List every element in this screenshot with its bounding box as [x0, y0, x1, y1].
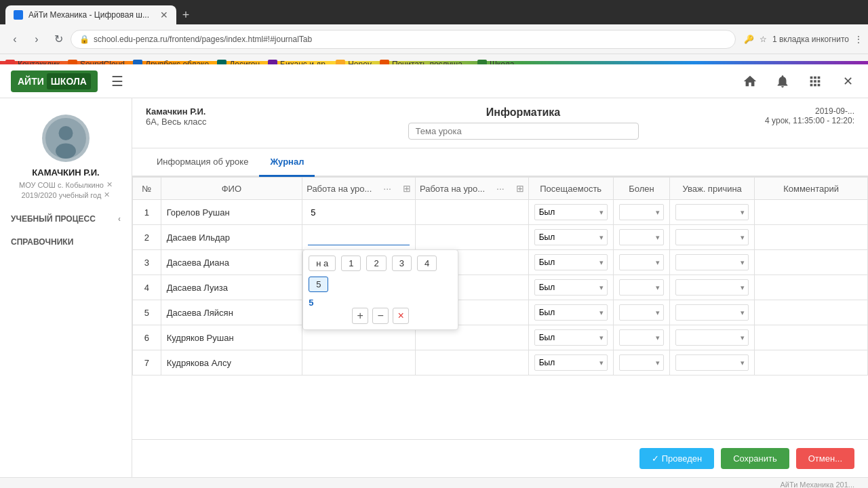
comment-input-5[interactable] — [760, 330, 862, 346]
cell-comment-0[interactable] — [755, 200, 868, 225]
cell-attend-0[interactable]: БылНе былОпоздал — [528, 200, 613, 225]
sidebar-section-teaching[interactable]: УЧЕБНЫЙ ПРОЦЕСС ‹ — [0, 207, 132, 230]
star-icon[interactable]: ☆ — [760, 35, 767, 44]
sick-select-6[interactable]: ДаНет — [619, 354, 664, 371]
new-tab-button[interactable]: + — [176, 5, 195, 24]
cell-attend-6[interactable]: БылНе былОпоздал — [528, 350, 613, 375]
comment-input-4[interactable] — [760, 305, 862, 321]
comment-input-3[interactable] — [760, 280, 862, 296]
active-tab[interactable]: АйТи Механика - Цифровая ш... ✕ — [5, 5, 176, 24]
grade-input-work2-0[interactable] — [421, 205, 523, 220]
cell-reason-1[interactable]: УважительнаяНеуважительная — [670, 225, 755, 250]
cell-reason-3[interactable]: УважительнаяНеуважительная — [670, 275, 755, 300]
reason-select-5[interactable]: УважительнаяНеуважительная — [675, 329, 749, 346]
reload-button[interactable]: ↻ — [49, 30, 68, 49]
cell-attend-2[interactable]: БылНе былОпоздал — [528, 250, 613, 275]
cell-sick-1[interactable]: ДаНет — [613, 225, 669, 250]
grade-option-н а[interactable]: н а — [309, 256, 336, 271]
comment-input-1[interactable] — [760, 230, 862, 245]
work2-scale-btn[interactable]: ⊞ — [516, 183, 524, 194]
tab-journal[interactable]: Журнал — [259, 148, 315, 177]
reason-select-0[interactable]: УважительнаяНеуважительная — [675, 204, 749, 220]
grade-action-btn-1[interactable]: − — [372, 308, 389, 324]
cancel-button[interactable]: Отмен... — [796, 448, 854, 469]
reason-select-6[interactable]: УважительнаяНеуважительная — [675, 354, 749, 371]
cell-comment-3[interactable] — [755, 275, 868, 300]
attend-select-0[interactable]: БылНе былОпоздал — [534, 204, 608, 220]
reason-select-2[interactable]: УважительнаяНеуважительная — [675, 254, 749, 270]
cell-reason-2[interactable]: УважительнаяНеуважительная — [670, 250, 755, 275]
cell-sick-6[interactable]: ДаНет — [613, 350, 669, 375]
cell-attend-5[interactable]: БылНе былОпоздал — [528, 325, 613, 350]
grade-input-work1-1[interactable] — [308, 229, 410, 245]
cell-work2-6[interactable] — [415, 350, 528, 375]
apps-icon[interactable] — [806, 72, 825, 91]
grade-input-work2-1[interactable] — [421, 230, 523, 245]
comment-input-6[interactable] — [760, 355, 862, 371]
attend-select-4[interactable]: БылНе былОпоздал — [534, 304, 608, 321]
cell-sick-3[interactable]: ДаНет — [613, 275, 669, 300]
school-remove-btn[interactable]: ✕ — [106, 180, 113, 189]
grade-action-btn-2[interactable]: × — [393, 308, 409, 324]
cell-comment-6[interactable] — [755, 350, 868, 375]
cell-sick-0[interactable]: ДаНет — [613, 200, 669, 225]
work1-scale-btn[interactable]: ⊞ — [403, 183, 411, 194]
forward-button[interactable]: › — [27, 30, 46, 49]
attend-select-1[interactable]: БылНе былОпоздал — [534, 229, 608, 245]
cell-reason-6[interactable]: УважительнаяНеуважительная — [670, 350, 755, 375]
grade-option-4[interactable]: 4 — [417, 256, 437, 271]
grade-option-1[interactable]: 1 — [341, 256, 361, 271]
sick-select-3[interactable]: ДаНет — [619, 279, 664, 296]
notification-icon[interactable] — [773, 72, 792, 91]
teaching-section-title[interactable]: УЧЕБНЫЙ ПРОЦЕСС ‹ — [11, 214, 121, 224]
grade-input-work1-6[interactable] — [308, 355, 410, 371]
sick-select-1[interactable]: ДаНет — [619, 229, 664, 245]
attend-select-2[interactable]: БылНе былОпоздал — [534, 254, 608, 270]
save-button[interactable]: Сохранить — [721, 448, 789, 469]
cell-work1-0[interactable] — [302, 200, 416, 225]
year-remove-btn[interactable]: ✕ — [104, 190, 110, 199]
cell-attend-3[interactable]: БылНе былОпоздал — [528, 275, 613, 300]
cell-attend-4[interactable]: БылНе былОпоздал — [528, 300, 613, 325]
cell-reason-0[interactable]: УважительнаяНеуважительная — [670, 200, 755, 225]
reason-select-1[interactable]: УважительнаяНеуважительная — [675, 229, 749, 245]
sidebar-section-handbooks[interactable]: СПРАВОЧНИКИ — [0, 230, 132, 253]
comment-input-2[interactable] — [760, 255, 862, 270]
menu-icon[interactable]: ⋮ — [854, 35, 863, 44]
tab-close-btn[interactable]: ✕ — [160, 9, 168, 20]
cell-work2-1[interactable] — [415, 225, 528, 250]
handbooks-section-title[interactable]: СПРАВОЧНИКИ — [11, 237, 121, 247]
hamburger-button[interactable]: ☰ — [108, 70, 126, 92]
grade-input-work2-5[interactable] — [421, 330, 523, 346]
cell-comment-5[interactable] — [755, 325, 868, 350]
work2-dots-btn[interactable]: ··· — [496, 183, 505, 194]
cell-comment-2[interactable] — [755, 250, 868, 275]
sick-select-5[interactable]: ДаНет — [619, 329, 664, 346]
sick-select-0[interactable]: ДаНет — [619, 204, 664, 220]
cell-comment-4[interactable] — [755, 300, 868, 325]
cell-comment-1[interactable] — [755, 225, 868, 250]
attend-select-6[interactable]: БылНе былОпоздал — [534, 354, 608, 371]
sick-select-2[interactable]: ДаНет — [619, 254, 664, 270]
close-header-icon[interactable]: ✕ — [838, 72, 857, 91]
work1-dots-btn[interactable]: ··· — [383, 183, 391, 194]
tab-info[interactable]: Информация об уроке — [146, 148, 259, 177]
sick-select-4[interactable]: ДаНет — [619, 304, 664, 321]
cell-work1-6[interactable] — [302, 350, 416, 375]
cell-sick-5[interactable]: ДаНет — [613, 325, 669, 350]
cell-reason-5[interactable]: УважительнаяНеуважительная — [670, 325, 755, 350]
lesson-topic-input[interactable] — [408, 123, 639, 140]
cell-reason-4[interactable]: УважительнаяНеуважительная — [670, 300, 755, 325]
grade-input-work1-5[interactable] — [308, 330, 410, 346]
conducted-button[interactable]: ✓ Проведен — [639, 448, 714, 469]
grade-input-work1-0[interactable] — [308, 205, 410, 220]
comment-input-0[interactable] — [760, 205, 862, 220]
home-icon[interactable] — [741, 72, 760, 91]
grade-action-btn-0[interactable]: + — [352, 308, 368, 324]
cell-sick-2[interactable]: ДаНет — [613, 250, 669, 275]
back-button[interactable]: ‹ — [5, 30, 24, 49]
grade-option-2[interactable]: 2 — [366, 256, 386, 271]
grade-option-5[interactable]: 5 — [309, 277, 328, 292]
grade-input-work2-6[interactable] — [421, 355, 523, 371]
cell-attend-1[interactable]: БылНе былОпоздал — [528, 225, 613, 250]
